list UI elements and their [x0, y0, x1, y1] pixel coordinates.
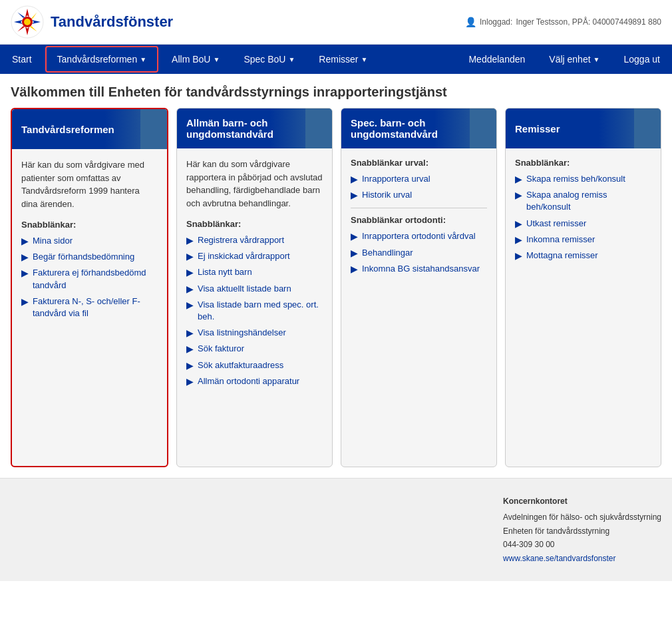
play-icon: ▶: [515, 174, 522, 184]
list-item: ▶ Registrera vårdrapport: [186, 234, 323, 246]
link-visa-listade-spec[interactable]: Visa listade barn med spec. ort. beh.: [198, 299, 323, 323]
play-icon: ▶: [186, 235, 194, 246]
play-icon: ▶: [515, 234, 522, 245]
link-begar-forhandsbedömning[interactable]: Begär förhandsbedömning: [33, 251, 134, 263]
nav-spec-bou-label: Spec BoU: [244, 54, 285, 65]
link-sok-akutfaktura[interactable]: Sök akutfakturaadress: [198, 359, 283, 371]
link-sok-fakturor[interactable]: Sök fakturor: [198, 343, 244, 355]
list-item: ▶ Skapa analog remiss beh/konsult: [515, 189, 651, 213]
play-icon: ▶: [186, 267, 194, 278]
link-mottagna-remisser[interactable]: Mottagna remisser: [526, 250, 598, 262]
link-inrapportera-ortodonti[interactable]: Inrapportera ortodonti vårdval: [362, 230, 476, 242]
page-title: Välkommen till Enheten för tandvårdsstyr…: [11, 85, 661, 100]
footer-line1: Avdelningen för hälso- och sjukvårdsstyr…: [503, 511, 661, 524]
link-registrera-vardrapport[interactable]: Registrera vårdrapport: [198, 234, 284, 246]
site-title: Tandvårdsfönster: [51, 13, 173, 31]
login-info-area: 👤 Inloggad: Inger Testsson, PPÅ: 0400074…: [465, 17, 661, 27]
chevron-down-icon: ▼: [593, 56, 600, 63]
card-allm-bou: Allmän barn- och ungdomstandvård Här kan…: [176, 108, 333, 467]
card-allm-bou-snabb: Snabblänkar:: [186, 219, 323, 229]
nav-meddelanden[interactable]: Meddelanden: [456, 46, 537, 73]
link-ej-inskickad[interactable]: Ej inskickad vårdrapport: [198, 250, 290, 262]
link-mina-sidor[interactable]: Mina sidor: [33, 235, 73, 247]
card-allm-bou-links: ▶ Registrera vårdrapport ▶ Ej inskickad …: [186, 234, 323, 387]
card-remisser-title: Remisser: [515, 123, 560, 134]
play-icon: ▶: [351, 248, 358, 258]
nav-bar: Start Tandvårdsreformen ▼ Allm BoU ▼ Spe…: [0, 45, 672, 74]
nav-remisser-label: Remisser: [319, 54, 358, 65]
nav-remisser[interactable]: Remisser ▼: [307, 46, 379, 73]
footer-koncern-title: Koncernkontoret: [503, 495, 661, 508]
list-item: ▶ Fakturera N-, S- och/eller F-tandvård …: [21, 296, 158, 319]
link-allman-ortodonti[interactable]: Allmän ortodonti apparatur: [198, 375, 299, 387]
list-item: ▶ Sök akutfakturaadress: [186, 359, 323, 371]
play-icon: ▶: [515, 218, 522, 229]
card-remisser-snabb: Snabblänkar:: [515, 158, 651, 168]
play-icon: ▶: [21, 268, 29, 278]
card-spec-bou-body: Snabblänkar urval: ▶ Inrapportera urval …: [341, 148, 496, 288]
play-icon: ▶: [351, 174, 358, 184]
play-icon: ▶: [351, 231, 358, 242]
link-lista-nytt-barn[interactable]: Lista nytt barn: [198, 266, 252, 278]
list-item: ▶ Ej inskickad vårdrapport: [186, 250, 323, 262]
card-remisser-links: ▶ Skapa remiss beh/konsult ▶ Skapa analo…: [515, 173, 651, 262]
link-inkomna-bg[interactable]: Inkomna BG sistahandsansvar: [362, 263, 480, 275]
play-icon: ▶: [351, 190, 358, 200]
link-visa-aktuellt[interactable]: Visa aktuellt listade barn: [198, 283, 291, 295]
play-icon: ▶: [351, 264, 358, 274]
card-remisser: Remisser Snabblänkar: ▶ Skapa remiss beh…: [505, 108, 661, 467]
nav-start[interactable]: Start: [0, 46, 44, 73]
list-item: ▶ Inkomna remisser: [515, 234, 651, 246]
play-icon: ▶: [186, 327, 194, 338]
login-label: Inloggad:: [480, 17, 512, 27]
nav-allm-bou[interactable]: Allm BoU ▼: [160, 46, 232, 73]
nav-allm-bou-label: Allm BoU: [172, 54, 210, 65]
footer: Koncernkontoret Avdelningen för hälso- o…: [0, 478, 672, 581]
link-historik-urval[interactable]: Historik urval: [362, 189, 412, 201]
play-icon: ▶: [186, 251, 194, 262]
link-fakturera-ej[interactable]: Fakturera ej förhandsbedömd tandvård: [33, 267, 158, 291]
list-item: ▶ Begär förhandsbedömning: [21, 251, 158, 263]
card-tandvardsreformen-title: Tandvårdsreformen: [21, 124, 114, 135]
page-title-area: Välkommen till Enheten för tandvårdsstyr…: [0, 74, 672, 108]
link-skapa-remiss[interactable]: Skapa remiss beh/konsult: [526, 173, 625, 185]
card-tandvardsreformen-body: Här kan du som vårdgivare med patienter …: [12, 149, 167, 333]
logo-area: Tandvårdsfönster: [11, 5, 173, 39]
nav-spec-bou[interactable]: Spec BoU ▼: [232, 46, 307, 73]
nav-tandvardsreformen[interactable]: Tandvårdsreformen ▼: [45, 46, 159, 73]
list-item: ▶ Skapa remiss beh/konsult: [515, 173, 651, 185]
link-utkast-remisser[interactable]: Utkast remisser: [526, 218, 586, 230]
nav-valj-enhet-label: Välj enhet: [549, 54, 590, 65]
card-allm-bou-header: Allmän barn- och ungdomstandvård: [177, 108, 332, 148]
list-item: ▶ Inrapportera urval: [351, 173, 487, 185]
list-item: ▶ Lista nytt barn: [186, 266, 323, 278]
list-item: ▶ Allmän ortodonti apparatur: [186, 375, 323, 387]
card-spec-bou-header: Spec. barn- och ungdomstandvård: [341, 108, 496, 148]
list-item: ▶ Utkast remisser: [515, 218, 651, 230]
cards-area: Tandvårdsreformen Här kan du som vårdgiv…: [0, 108, 672, 478]
list-item: ▶ Fakturera ej förhandsbedömd tandvård: [21, 267, 158, 291]
login-user: Inger Testsson, PPÅ: 040007449891 880: [516, 17, 661, 27]
nav-valj-enhet[interactable]: Välj enhet ▼: [537, 46, 611, 73]
play-icon: ▶: [515, 190, 522, 200]
play-icon: ▶: [186, 343, 194, 354]
nav-logga-ut[interactable]: Logga ut: [612, 46, 673, 73]
list-item: ▶ Mottagna remisser: [515, 250, 651, 262]
list-item: ▶ Inrapportera ortodonti vårdval: [351, 230, 487, 242]
link-visa-listningshändelser[interactable]: Visa listningshändelser: [198, 327, 286, 339]
footer-website-link[interactable]: www.skane.se/tandvardsfonster: [503, 554, 615, 563]
card-spec-bou-snabb: Snabblänkar urval:: [351, 158, 487, 168]
link-inrapportera-urval[interactable]: Inrapportera urval: [362, 173, 430, 185]
link-skapa-analog-remiss[interactable]: Skapa analog remiss beh/konsult: [526, 189, 651, 213]
card-allm-bou-desc: Här kan du som vårdgivare rapportera in …: [186, 158, 323, 210]
link-inkomna-remisser[interactable]: Inkomna remisser: [526, 234, 595, 246]
link-behandlingar[interactable]: Behandlingar: [362, 247, 413, 259]
footer-phone: 044-309 30 00: [503, 538, 661, 551]
card-remisser-body: Snabblänkar: ▶ Skapa remiss beh/konsult …: [506, 148, 661, 275]
list-item: ▶ Sök fakturor: [186, 343, 323, 355]
link-fakturera-nsf[interactable]: Fakturera N-, S- och/eller F-tandvård vi…: [33, 296, 158, 319]
play-icon: ▶: [21, 236, 29, 246]
nav-logga-ut-label: Logga ut: [624, 54, 661, 65]
footer-line2: Enheten för tandvårdsstyrning: [503, 524, 661, 538]
list-item: ▶ Mina sidor: [21, 235, 158, 247]
